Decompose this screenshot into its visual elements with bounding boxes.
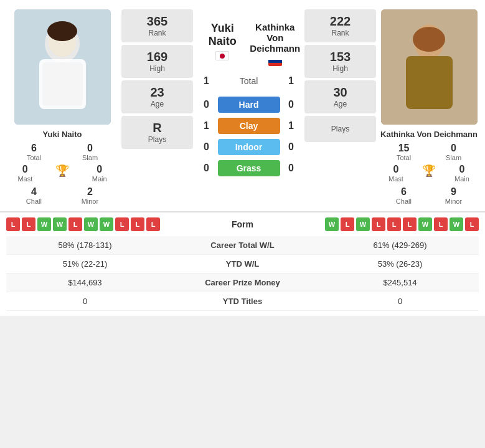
form-badge-w: W — [450, 217, 463, 231]
right-mast-value: 0 — [393, 164, 399, 175]
form-badge-l: L — [6, 217, 20, 231]
left-center-stats: 365 Rank 169 High 23 Age R Plays — [121, 9, 193, 205]
hard-button[interactable]: Hard — [218, 97, 280, 113]
left-total-score: 1 — [200, 75, 213, 87]
right-slam-cell: 0 Slam — [446, 143, 461, 161]
hard-row: 0 Hard 0 — [196, 97, 301, 113]
form-badge-l: L — [387, 217, 401, 231]
stats-left-val: 58% (178-131) — [6, 236, 164, 255]
grass-button[interactable]: Grass — [218, 160, 280, 176]
clay-button[interactable]: Clay — [218, 118, 280, 134]
left-minor-cell: 2 Minor — [82, 186, 99, 205]
right-chall-label: Chall — [396, 198, 412, 205]
right-high-value: 153 — [330, 50, 351, 64]
left-high-value: 169 — [147, 50, 167, 64]
left-plays-value: R — [153, 121, 161, 135]
hard-left-score: 0 — [200, 99, 213, 110]
form-badge-l: L — [146, 217, 160, 231]
stats-right-val: 53% (26-23) — [321, 255, 479, 274]
form-badge-l: L — [115, 217, 129, 231]
left-high-box: 169 High — [121, 45, 193, 78]
hard-right-score: 0 — [285, 99, 298, 110]
form-badge-l: L — [403, 217, 417, 231]
left-main-cell: 0 Main — [92, 164, 107, 183]
names-row: Yuki Naito Kathinka Von Deichmann — [196, 22, 301, 69]
svg-rect-8 — [406, 56, 453, 109]
left-stats-row2: 0 Mast 🏆 0 Main — [6, 164, 118, 183]
form-badge-l: L — [465, 217, 479, 231]
left-rank-value: 365 — [147, 14, 167, 29]
form-badge-l: L — [372, 217, 385, 231]
right-chall-cell: 6 Chall — [396, 186, 412, 205]
right-stats-row2: 0 Mast 🏆 0 Main — [379, 164, 479, 183]
players-section: Yuki Naito 6 Total 0 Slam 0 Mast 🏆 — [0, 0, 485, 211]
right-minor-value: 9 — [451, 186, 456, 198]
grass-left-score: 0 — [200, 163, 213, 174]
right-total-cell: 15 Total — [397, 143, 411, 161]
left-stats-row3: 4 Chall 2 Minor — [6, 186, 118, 205]
left-minor-label: Minor — [82, 198, 99, 205]
stats-row: 58% (178-131) Career Total W/L 61% (429-… — [6, 236, 479, 255]
indoor-right-score: 0 — [285, 141, 298, 153]
indoor-left-score: 0 — [200, 141, 213, 153]
form-label: Form — [205, 219, 280, 229]
right-slam-label: Slam — [446, 154, 461, 161]
form-badge-w: W — [418, 217, 432, 231]
right-chall-value: 6 — [401, 186, 407, 198]
left-slam-cell: 0 Slam — [82, 143, 98, 161]
right-mast-label: Mast — [388, 175, 403, 183]
stats-right-val: $245,514 — [321, 274, 479, 292]
right-center-stats: 222 Rank 153 High 30 Age Plays — [304, 9, 376, 205]
left-header-name: Yuki Naito — [196, 22, 249, 48]
right-stats-row3: 6 Chall 9 Minor — [379, 186, 479, 205]
left-total-cell: 6 Total — [27, 143, 41, 161]
left-flag-row — [196, 51, 249, 60]
stats-table: 58% (178-131) Career Total W/L 61% (429-… — [6, 236, 479, 311]
stats-left-val: $144,693 — [6, 274, 164, 292]
left-player-photo — [14, 9, 111, 125]
clay-row: 1 Clay 1 — [196, 118, 301, 134]
left-total-value: 6 — [31, 143, 37, 154]
left-trophy-icon: 🏆 — [55, 164, 69, 178]
right-age-label: Age — [334, 100, 347, 108]
right-minor-cell: 9 Minor — [445, 186, 463, 205]
form-badge-w: W — [37, 217, 51, 231]
left-player-image — [14, 9, 111, 125]
stats-row: 0 YTD Titles 0 — [6, 292, 479, 311]
left-rank-box: 365 Rank — [121, 9, 193, 42]
indoor-button[interactable]: Indoor — [218, 139, 280, 155]
left-chall-value: 4 — [31, 186, 37, 198]
form-badge-w: W — [53, 217, 67, 231]
stats-label: Career Total W/L — [164, 236, 321, 255]
left-mast-label: Mast — [17, 175, 32, 183]
form-badge-l: L — [68, 217, 82, 231]
right-total-score: 1 — [285, 75, 298, 87]
right-trophy-cell: 🏆 — [422, 164, 436, 183]
right-total-label: Total — [397, 154, 411, 161]
right-stats-row1: 15 Total 0 Slam — [379, 143, 479, 161]
stats-left-val: 51% (22-21) — [6, 255, 164, 274]
left-plays-box: R Plays — [121, 116, 193, 149]
right-name-header: Kathinka Von Deichmann — [249, 22, 302, 69]
right-form-badges: WLWLLLWLWL — [325, 217, 479, 231]
right-header-name: Kathinka Von Deichmann — [249, 22, 302, 54]
right-rank-label: Rank — [331, 29, 349, 37]
indoor-row: 0 Indoor 0 — [196, 139, 301, 155]
right-slam-value: 0 — [451, 143, 456, 154]
right-total-value: 15 — [398, 143, 410, 154]
left-name-header: Yuki Naito — [196, 22, 249, 69]
svg-rect-5 — [42, 62, 83, 106]
right-age-value: 30 — [333, 85, 347, 100]
left-player: Yuki Naito 6 Total 0 Slam 0 Mast 🏆 — [6, 9, 118, 205]
left-age-value: 23 — [150, 85, 164, 100]
total-row: 1 Total 1 — [200, 75, 298, 87]
right-rank-value: 222 — [330, 14, 351, 29]
left-chall-cell: 4 Chall — [26, 186, 42, 205]
right-mast-cell: 0 Mast — [388, 164, 403, 183]
stats-right-val: 0 — [321, 292, 479, 311]
right-flag-row — [249, 57, 302, 66]
left-high-label: High — [149, 64, 165, 73]
form-badge-w: W — [100, 217, 113, 231]
form-row: LLWWLWWLLL Form WLWLLLWLWL — [6, 217, 479, 231]
left-rank-label: Rank — [148, 29, 166, 37]
